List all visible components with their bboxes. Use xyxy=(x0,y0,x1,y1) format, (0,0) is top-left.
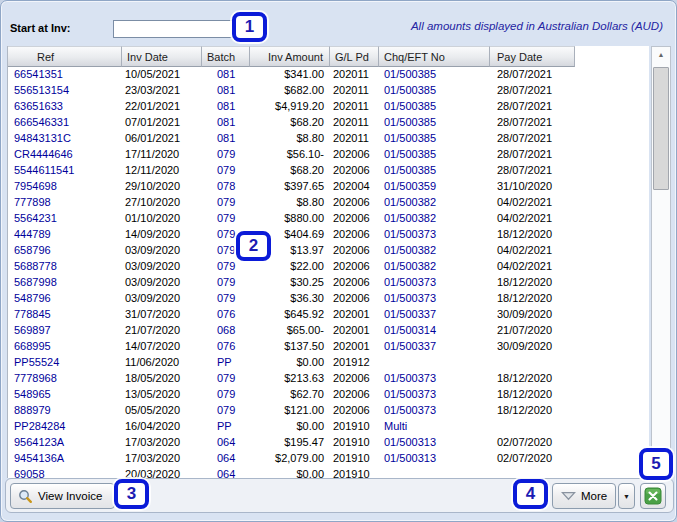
cell-inv_date: 17/03/2020 xyxy=(122,435,202,451)
table-row[interactable]: PP28428416/04/2020PP$0.00201910Multi xyxy=(8,419,649,435)
cell-inv_date: 31/07/2020 xyxy=(122,307,202,323)
cell-pay_date: 04/02/2021 xyxy=(490,211,575,227)
cell-chq_eft_no: 01/500385 xyxy=(379,67,490,83)
table-row[interactable]: CR444464617/11/2020079$56.10-20200601/50… xyxy=(8,147,649,163)
cell-pay_date: 04/02/2021 xyxy=(490,259,575,275)
cell-ref: 569897 xyxy=(8,323,122,339)
cell-inv_date: 23/03/2021 xyxy=(122,83,202,99)
more-split-arrow-button[interactable]: ▼ xyxy=(618,483,635,509)
cell-chq_eft_no: 01/500382 xyxy=(379,195,490,211)
table-row[interactable]: 44478914/09/2020079$404.6920200601/50037… xyxy=(8,227,649,243)
cell-batch: 081 xyxy=(202,67,250,83)
cell-ref: 5564231 xyxy=(8,211,122,227)
cell-pay_date: 28/07/2021 xyxy=(490,131,575,147)
column-header-ref[interactable]: Ref xyxy=(8,46,122,67)
table-row[interactable]: 66654633107/01/2021081$68.2020201101/500… xyxy=(8,115,649,131)
cell-batch: 068 xyxy=(202,323,250,339)
cell-inv_date: 03/09/2020 xyxy=(122,243,202,259)
cell-gl_pd: 202006 xyxy=(330,291,379,307)
table-row[interactable]: 9564123A17/03/2020064$195.4720191001/500… xyxy=(8,435,649,451)
cell-ref: 778845 xyxy=(8,307,122,323)
cell-inv_date: 01/10/2020 xyxy=(122,211,202,227)
cell-chq_eft_no: 01/500385 xyxy=(379,163,490,179)
table-row[interactable]: 554461154112/11/2020079$68.2020200601/50… xyxy=(8,163,649,179)
cell-inv_amount: $4,919.20 xyxy=(250,99,330,115)
cell-batch: 079 xyxy=(202,259,250,275)
table-row[interactable]: 556423101/10/2020079$880.0020200601/5003… xyxy=(8,211,649,227)
cell-batch: 079 xyxy=(202,291,250,307)
export-to-excel-button[interactable] xyxy=(640,483,666,509)
table-row[interactable]: 55651315423/03/2021081$682.0020201101/50… xyxy=(8,83,649,99)
table-row[interactable]: 6654135110/05/2021081$341.0020201101/500… xyxy=(8,67,649,83)
dropdown-triangle-icon xyxy=(561,491,576,501)
cell-inv_amount: $880.00 xyxy=(250,211,330,227)
cell-inv_amount: $0.00 xyxy=(250,419,330,435)
cell-gl_pd: 202004 xyxy=(330,179,379,195)
scroll-up-icon[interactable]: ▲ xyxy=(652,47,670,63)
scrollbar-thumb[interactable] xyxy=(653,67,669,190)
cell-batch: 079 xyxy=(202,147,250,163)
table-row[interactable]: 54896513/05/2020079$62.7020200601/500373… xyxy=(8,387,649,403)
more-button[interactable]: More xyxy=(552,483,616,509)
cell-ref: CR4444646 xyxy=(8,147,122,163)
table-row[interactable]: 54879603/09/2020079$36.3020200601/500373… xyxy=(8,291,649,307)
cell-pay_date: 28/07/2021 xyxy=(490,67,575,83)
table-row[interactable]: 568799803/09/2020079$30.2520200601/50037… xyxy=(8,275,649,291)
cell-ref: 63651633 xyxy=(8,99,122,115)
table-row[interactable]: 9454136A17/03/2020064$2,079.0020191001/5… xyxy=(8,451,649,467)
table-row[interactable]: 777896818/05/2020079$213.6320200601/5003… xyxy=(8,371,649,387)
cell-ref: 666546331 xyxy=(8,115,122,131)
cell-chq_eft_no xyxy=(379,467,490,478)
cell-pay_date: 04/02/2021 xyxy=(490,243,575,259)
table-row[interactable]: 6905820/03/2020064$0.00201910 xyxy=(8,467,649,478)
column-header-inv_amount[interactable]: Inv Amount xyxy=(250,46,330,67)
cell-inv_date: 11/06/2020 xyxy=(122,355,202,371)
vertical-scrollbar[interactable]: ▲ ▼ xyxy=(651,46,671,478)
column-header-pay_date[interactable]: Pay Date xyxy=(490,46,575,67)
view-invoice-button[interactable]: View Invoice xyxy=(10,483,115,509)
cell-inv_date: 22/01/2021 xyxy=(122,99,202,115)
table-row[interactable]: 77884531/07/2020076$645.9220200101/50033… xyxy=(8,307,649,323)
table-row[interactable]: 65879603/09/2020079$13.9720200601/500382… xyxy=(8,243,649,259)
table-row[interactable]: PP5552411/06/2020PP$0.00201912 xyxy=(8,355,649,371)
cell-batch: 081 xyxy=(202,99,250,115)
column-header-chq_eft_no[interactable]: Chq/EFT No xyxy=(379,46,490,67)
cell-inv_amount: $645.92 xyxy=(250,307,330,323)
table-row[interactable]: 88897905/05/2020079$121.0020200601/50037… xyxy=(8,403,649,419)
table-row[interactable]: 77789827/10/2020079$8.8020200601/5003820… xyxy=(8,195,649,211)
cell-pay_date: 04/02/2021 xyxy=(490,195,575,211)
cell-ref: 888979 xyxy=(8,403,122,419)
cell-chq_eft_no: 01/500385 xyxy=(379,115,490,131)
cell-pay_date: 18/12/2020 xyxy=(490,403,575,419)
table-row[interactable]: 6365163322/01/2021081$4,919.2020201101/5… xyxy=(8,99,649,115)
column-header-filler xyxy=(575,46,649,67)
cell-inv_amount: $0.00 xyxy=(250,355,330,371)
start-at-inv-input[interactable] xyxy=(113,20,233,38)
cell-inv_amount: $2,079.00 xyxy=(250,451,330,467)
cell-chq_eft_no: 01/500313 xyxy=(379,435,490,451)
cell-inv_date: 05/05/2020 xyxy=(122,403,202,419)
cell-ref: 548965 xyxy=(8,387,122,403)
cell-pay_date: 28/07/2021 xyxy=(490,163,575,179)
cell-pay_date: 31/10/2020 xyxy=(490,179,575,195)
table-row[interactable]: 56989721/07/2020068$65.00-20200101/50031… xyxy=(8,323,649,339)
column-header-inv_date[interactable]: Inv Date xyxy=(122,46,202,67)
start-at-inv-label: Start at Inv: xyxy=(10,22,71,34)
cell-gl_pd: 201910 xyxy=(330,451,379,467)
table-row[interactable]: 568877803/09/2020079$22.0020200601/50038… xyxy=(8,259,649,275)
table-row[interactable]: 795469829/10/2020078$397.6520200401/5003… xyxy=(8,179,649,195)
cell-ref: 658796 xyxy=(8,243,122,259)
table-row[interactable]: 66899514/07/2020076$137.5020200101/50033… xyxy=(8,339,649,355)
cell-inv_amount: $8.80 xyxy=(250,195,330,211)
cell-inv_date: 21/07/2020 xyxy=(122,323,202,339)
cell-ref: 548796 xyxy=(8,291,122,307)
cell-inv_date: 07/01/2021 xyxy=(122,115,202,131)
cell-pay_date xyxy=(490,355,575,371)
table-row[interactable]: 94843131C06/01/2021081$8.8020201101/5003… xyxy=(8,131,649,147)
column-header-gl_pd[interactable]: G/L Pd xyxy=(330,46,379,67)
cell-inv_date: 17/03/2020 xyxy=(122,451,202,467)
column-header-batch[interactable]: Batch xyxy=(202,46,250,67)
cell-pay_date: 21/07/2020 xyxy=(490,323,575,339)
cell-inv_date: 14/09/2020 xyxy=(122,227,202,243)
cell-pay_date: 02/07/2020 xyxy=(490,451,575,467)
